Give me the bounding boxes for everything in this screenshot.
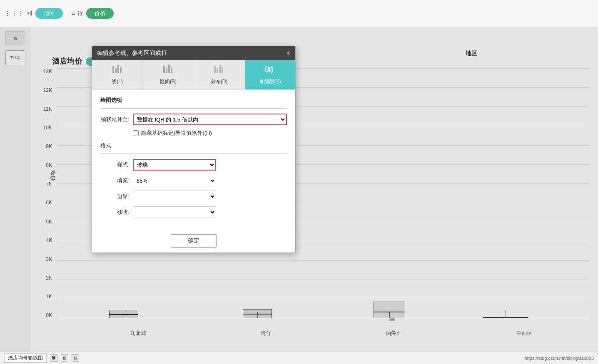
tab-distribution[interactable]: 分布(D) — [194, 60, 245, 89]
svg-rect-6 — [168, 65, 170, 73]
row-label-text: 行 — [77, 10, 83, 17]
status-icons: 🖫 ⊞ ⊟ — [50, 354, 79, 362]
draw-options-label: 绘图选项 — [100, 97, 287, 104]
border-select[interactable] — [133, 191, 216, 202]
svg-rect-5 — [166, 68, 167, 73]
svg-rect-11 — [222, 67, 223, 73]
format-label: 格式 — [100, 142, 287, 149]
whisker-select[interactable]: 数据在 IQR 的 1.5 倍以内 1.5 倍 IQR 标准差 最小/最大值 — [133, 114, 287, 125]
dialog-tabs: 线(L) 区间(B) — [92, 60, 295, 90]
status-url: https://blog.csdn.net/zlongxiao008 — [525, 356, 594, 361]
status-icon-2[interactable]: ⊞ — [61, 354, 68, 362]
whisker-label: 须状延伸至: — [100, 116, 130, 123]
col-label: ⋮⋮⋮ 列 — [4, 10, 32, 17]
svg-rect-4 — [163, 66, 165, 73]
status-tab[interactable]: 酒店均价箱线图 — [4, 353, 47, 363]
col-label-text: 列 — [27, 10, 32, 17]
row-row: ≡ 行 价格 — [71, 8, 114, 19]
tab-interval-icon — [162, 64, 174, 77]
tab-boxplot[interactable]: 盒须图(X) — [245, 60, 295, 89]
whisker-style-row: 须状: — [100, 206, 287, 218]
row-pill[interactable]: 价格 — [86, 8, 114, 19]
tab-line-label: 线(L) — [112, 78, 123, 85]
fill-label: 填充: — [100, 177, 130, 184]
svg-rect-7 — [171, 67, 172, 73]
tab-distribution-icon — [213, 64, 225, 77]
dialog-body: 绘图选项 须状延伸至: 数据在 IQR 的 1.5 倍以内 1.5 倍 IQR … — [92, 90, 295, 229]
dialog-overlay: 编辑参考线、参考区间或框 × 线(L) — [0, 27, 598, 352]
confirm-button[interactable]: 确定 — [171, 234, 217, 248]
svg-rect-1 — [115, 68, 117, 73]
dialog-title: 编辑参考线、参考区间或框 — [97, 50, 167, 57]
whisker-style-select[interactable] — [133, 206, 216, 218]
border-label: 边界: — [100, 193, 130, 200]
tab-distribution-label: 分布(D) — [211, 78, 228, 85]
fill-row: 填充: 85% 75% 65% 50% — [100, 175, 287, 186]
col-row: ⋮⋮⋮ 列 地区 — [4, 8, 63, 19]
tab-line[interactable]: 线(L) — [92, 60, 143, 89]
svg-rect-0 — [112, 66, 114, 73]
toolbar: ⋮⋮⋮ 列 地区 ≡ 行 价格 — [0, 0, 598, 27]
svg-rect-9 — [217, 68, 218, 73]
dialog-header: 编辑参考线、参考区间或框 × — [92, 46, 295, 60]
tab-interval-label: 区间(B) — [160, 78, 177, 85]
style-label: 样式: — [100, 161, 130, 168]
dialog-footer: 确定 — [92, 229, 295, 253]
dialog-close-button[interactable]: × — [287, 50, 290, 57]
svg-rect-10 — [219, 65, 221, 73]
dialog: 编辑参考线、参考区间或框 × 线(L) — [92, 46, 296, 253]
format-sep — [100, 154, 287, 154]
status-bar: 酒店均价箱线图 🖫 ⊞ ⊟ https://blog.csdn.net/zlon… — [0, 352, 598, 364]
status-icon-1[interactable]: 🖫 — [50, 354, 57, 362]
whisker-row: 须状延伸至: 数据在 IQR 的 1.5 倍以内 1.5 倍 IQR 标准差 最… — [100, 114, 287, 125]
tab-boxplot-label: 盒须图(X) — [259, 78, 281, 85]
fill-select[interactable]: 85% 75% 65% 50% — [133, 175, 216, 186]
status-left: 酒店均价箱线图 🖫 ⊞ ⊟ — [4, 353, 79, 363]
style-select[interactable]: 玻璃 实心 渐变 — [133, 159, 216, 171]
tab-boxplot-icon — [264, 64, 276, 77]
col-pill[interactable]: 地区 — [35, 8, 63, 19]
svg-rect-3 — [120, 67, 122, 73]
tab-interval[interactable]: 区间(B) — [143, 60, 194, 89]
svg-rect-8 — [214, 66, 216, 73]
border-row: 边界: — [100, 191, 287, 202]
hide-markers-checkbox[interactable] — [133, 130, 139, 136]
hide-markers-label[interactable]: 隐藏基础标记(异常值除外)(H) — [141, 129, 212, 137]
svg-rect-2 — [117, 65, 119, 73]
draw-options-sep — [100, 108, 287, 109]
row-label: ≡ 行 — [71, 10, 83, 17]
hide-markers-row: 隐藏基础标记(异常值除外)(H) — [133, 129, 287, 137]
whisker-style-label: 须状: — [100, 208, 130, 216]
status-icon-3[interactable]: ⊟ — [72, 354, 79, 362]
style-row: 样式: 玻璃 实心 渐变 — [100, 159, 287, 171]
tab-line-icon — [112, 64, 123, 77]
